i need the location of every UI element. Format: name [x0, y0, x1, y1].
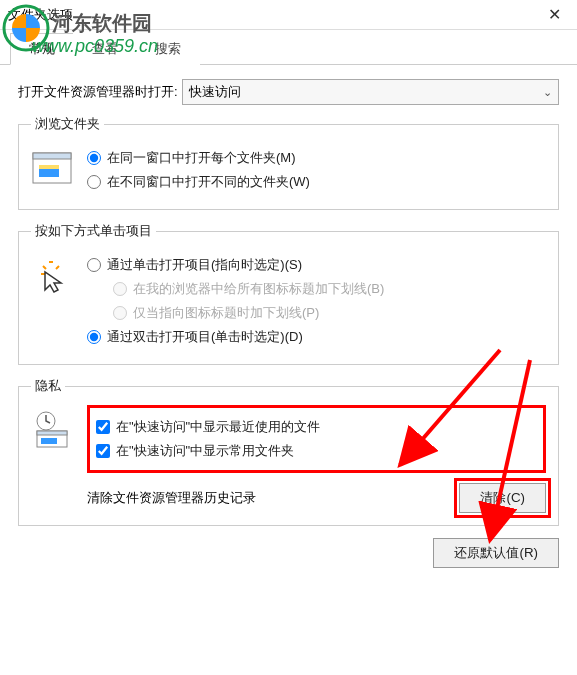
radio-double-click-input[interactable]: [87, 330, 101, 344]
click-items-group: 按如下方式单击项目 通过单击打开项目(指向时选定)(S) 在我的浏览器中给所有图…: [18, 222, 559, 365]
click-items-legend: 按如下方式单击项目: [31, 222, 156, 240]
browse-folders-legend: 浏览文件夹: [31, 115, 104, 133]
radio-double-click-label: 通过双击打开项目(单击时选定)(D): [107, 328, 303, 346]
radio-diff-window[interactable]: 在不同窗口中打开不同的文件夹(W): [87, 173, 546, 191]
radio-same-window-input[interactable]: [87, 151, 101, 165]
tab-view[interactable]: 查看: [73, 33, 137, 65]
folder-window-icon: [31, 147, 73, 189]
privacy-group: 隐私 在"快速访问"中显示最近使用的文件: [18, 377, 559, 526]
window-title: 文件夹选项: [8, 6, 73, 24]
chevron-down-icon: ⌄: [543, 86, 552, 99]
close-button[interactable]: ✕: [531, 0, 577, 30]
tab-general[interactable]: 常规: [10, 33, 74, 65]
tab-search[interactable]: 搜索: [136, 33, 200, 65]
svg-rect-7: [37, 431, 67, 435]
radio-underline-hover: 仅当指向图标标题时加下划线(P): [113, 304, 546, 322]
radio-double-click[interactable]: 通过双击打开项目(单击时选定)(D): [87, 328, 546, 346]
radio-underline-all-label: 在我的浏览器中给所有图标标题加下划线(B): [133, 280, 384, 298]
radio-underline-all: 在我的浏览器中给所有图标标题加下划线(B): [113, 280, 546, 298]
open-explorer-row: 打开文件资源管理器时打开: 快速访问 ⌄: [18, 79, 559, 105]
radio-underline-hover-label: 仅当指向图标标题时加下划线(P): [133, 304, 319, 322]
open-explorer-select[interactable]: 快速访问 ⌄: [182, 79, 559, 105]
restore-defaults-button[interactable]: 还原默认值(R): [433, 538, 559, 568]
check-recent-files[interactable]: 在"快速访问"中显示最近使用的文件: [96, 418, 537, 436]
open-explorer-label: 打开文件资源管理器时打开:: [18, 83, 178, 101]
radio-underline-all-input: [113, 282, 127, 296]
titlebar: 文件夹选项 ✕: [0, 0, 577, 30]
content-area: 打开文件资源管理器时打开: 快速访问 ⌄ 浏览文件夹 在同一窗口中打开每个文件夹…: [0, 65, 577, 582]
clear-button[interactable]: 清除(C): [459, 483, 546, 513]
radio-underline-hover-input: [113, 306, 127, 320]
radio-same-window-label: 在同一窗口中打开每个文件夹(M): [107, 149, 296, 167]
select-value: 快速访问: [189, 83, 241, 101]
svg-rect-2: [33, 153, 71, 159]
clear-history-label: 清除文件资源管理器历史记录: [87, 489, 256, 507]
check-frequent-folders[interactable]: 在"快速访问"中显示常用文件夹: [96, 442, 537, 460]
check-frequent-folders-label: 在"快速访问"中显示常用文件夹: [116, 442, 294, 460]
radio-same-window[interactable]: 在同一窗口中打开每个文件夹(M): [87, 149, 546, 167]
check-recent-files-label: 在"快速访问"中显示最近使用的文件: [116, 418, 320, 436]
clear-history-row: 清除文件资源管理器历史记录 清除(C): [87, 483, 546, 513]
highlight-checkboxes: 在"快速访问"中显示最近使用的文件 在"快速访问"中显示常用文件夹: [87, 405, 546, 473]
radio-single-click-input[interactable]: [87, 258, 101, 272]
footer-row: 还原默认值(R): [18, 538, 559, 568]
radio-diff-window-input[interactable]: [87, 175, 101, 189]
radio-single-click-label: 通过单击打开项目(指向时选定)(S): [107, 256, 302, 274]
svg-rect-4: [39, 165, 59, 169]
radio-single-click[interactable]: 通过单击打开项目(指向时选定)(S): [87, 256, 546, 274]
check-recent-files-input[interactable]: [96, 420, 110, 434]
svg-rect-8: [41, 438, 57, 444]
privacy-legend: 隐私: [31, 377, 65, 395]
privacy-clock-icon: [31, 409, 73, 451]
cursor-click-icon: [31, 254, 73, 296]
radio-diff-window-label: 在不同窗口中打开不同的文件夹(W): [107, 173, 310, 191]
tabs-bar: 常规 查看 搜索: [0, 32, 577, 65]
check-frequent-folders-input[interactable]: [96, 444, 110, 458]
browse-folders-group: 浏览文件夹 在同一窗口中打开每个文件夹(M) 在不同窗口中打开不同的文件夹(W): [18, 115, 559, 210]
